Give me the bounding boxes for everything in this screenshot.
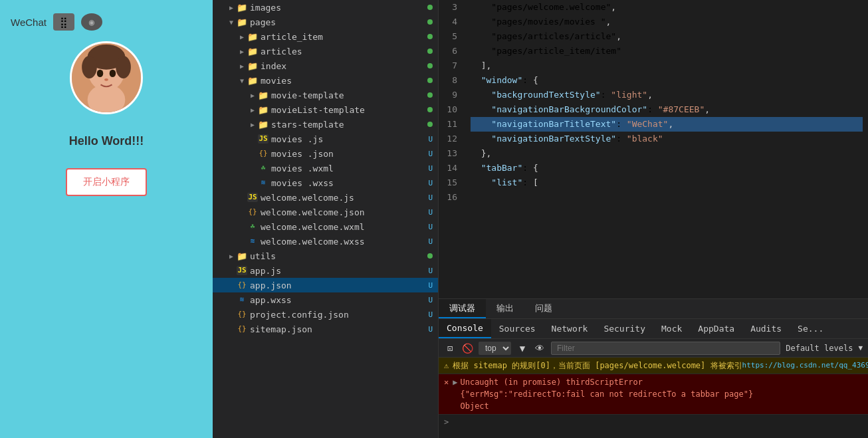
tree-label-utils: utils	[250, 251, 427, 261]
tree-item-article_item[interactable]: ▶📁article_item	[213, 29, 438, 44]
tree-item-movies.wxss[interactable]: ≋movies .wxssU	[213, 175, 438, 190]
clear-console-icon[interactable]: 🚫	[461, 342, 473, 354]
tree-item-sitemap.json[interactable]: {}sitemap.jsonU	[213, 322, 438, 336]
tree-item-movies[interactable]: ▼📁movies	[213, 73, 438, 88]
code-line-10: "backgroundTextStyle": "light",	[471, 88, 863, 102]
tree-item-welcome.welcome.wxml[interactable]: ☘welcome.welcome.wxmlU	[213, 219, 438, 234]
tree-item-welcome.welcome.wxss[interactable]: ≋welcome.welcome.wxssU	[213, 234, 438, 249]
start-button[interactable]: 开启小程序	[66, 168, 147, 196]
tree-label-movies.json: movies .json	[271, 149, 428, 159]
msg-text-0: 根据 sitemap 的规则[0]，当前页面 [pages/welcome.we…	[453, 360, 742, 372]
sidebar-toggle-icon[interactable]: ⊡	[444, 342, 456, 354]
msg-link[interactable]: https://blog.csdn.net/qq_43690482	[742, 360, 868, 372]
devtools-tab-se...[interactable]: Se...	[790, 319, 831, 338]
tree-item-app.js[interactable]: JSapp.jsU	[213, 263, 438, 278]
wechat-label: WeChat	[11, 17, 47, 28]
tree-label-welcome.welcome.wxml: welcome.welcome.wxml	[261, 222, 428, 232]
tree-item-images[interactable]: ▶📁images	[213, 0, 438, 15]
device-icon-2[interactable]: ◉	[81, 13, 102, 31]
devtools-tab-sources[interactable]: Sources	[491, 319, 544, 338]
tree-label-app.wxss: app.wxss	[250, 295, 428, 305]
tab-output[interactable]: 输出	[486, 299, 524, 318]
tree-label-index: index	[261, 61, 427, 71]
tab-debugger[interactable]: 调试器	[439, 299, 486, 318]
tree-label-articles: articles	[261, 47, 427, 56]
console-messages: ⚠根据 sitemap 的规则[0]，当前页面 [pages/welcome.w…	[439, 358, 868, 438]
code-line-16: "list": [	[471, 175, 863, 190]
svg-point-7	[110, 70, 116, 77]
tree-label-movieList-template: movieList-template	[271, 105, 427, 115]
hello-text: Hello Word!!!	[69, 134, 144, 148]
tree-item-app.wxss[interactable]: ≋app.wxssU	[213, 292, 438, 307]
tree-item-index[interactable]: ▶📁index	[213, 58, 438, 73]
tree-item-movies.wxml[interactable]: ☘movies .wxmlU	[213, 161, 438, 175]
context-select[interactable]: top	[479, 342, 511, 355]
tree-label-images: images	[250, 3, 427, 13]
tab-problems[interactable]: 问题	[524, 299, 563, 318]
default-levels-label: Default levels	[786, 344, 853, 353]
avatar	[70, 41, 143, 114]
tree-item-movies.js[interactable]: JSmovies .jsU	[213, 132, 438, 146]
devtools-tab-network[interactable]: Network	[544, 319, 596, 338]
line-numbers: 345678910111213141516	[439, 0, 465, 298]
tree-label-stars-template: stars-template	[271, 120, 427, 130]
tree-label-app.js: app.js	[250, 266, 428, 276]
code-line-3: "pages/welcome.welcome",	[471, 0, 863, 15]
console-msg-1: ✕▶Uncaught (in promise) thirdScriptError…	[439, 374, 868, 415]
msg-text-1: Uncaught (in promise) thirdScriptError {…	[460, 376, 863, 412]
code-line-11: "navigationBarBackgroundColor": "#87CEEB…	[471, 102, 863, 117]
tree-item-welcome.welcome.js[interactable]: JSwelcome.welcome.jsU	[213, 190, 438, 205]
tree-label-movies.js: movies .js	[271, 134, 428, 144]
expand-arrow-1[interactable]: ▶	[453, 376, 457, 388]
eye-icon[interactable]: 👁	[534, 342, 546, 354]
console-prompt-line: >	[439, 415, 868, 429]
tree-item-articles[interactable]: ▶📁articles	[213, 44, 438, 58]
tree-label-pages: pages	[250, 17, 427, 27]
code-line-12: "navigationBarTitleText": "WeChat",	[471, 117, 863, 132]
code-line-9: "window": {	[471, 73, 863, 88]
devtools-tab-audits[interactable]: Audits	[742, 319, 790, 338]
editor-area: 345678910111213141516 "pages/welcome.wel…	[439, 0, 868, 298]
code-line-15: "tabBar": {	[471, 161, 863, 175]
tree-item-utils[interactable]: ▶📁utils	[213, 249, 438, 263]
code-line-8: ],	[471, 58, 863, 73]
tree-item-welcome.welcome.json[interactable]: {}welcome.welcome.jsonU	[213, 205, 438, 219]
tree-label-welcome.welcome.wxss: welcome.welcome.wxss	[261, 237, 428, 247]
tree-item-movies.json[interactable]: {}movies .jsonU	[213, 146, 438, 161]
tree-item-stars-template[interactable]: ▶📁stars-template	[213, 117, 438, 132]
left-panel: WeChat ⣿ ◉	[0, 0, 213, 438]
tree-label-movies: movies	[261, 76, 427, 86]
svg-point-2	[88, 84, 126, 114]
tree-item-app.json[interactable]: {}app.jsonU	[213, 278, 438, 292]
tree-item-movieList-template[interactable]: ▶📁movieList-template	[213, 102, 438, 117]
code-content[interactable]: "pages/welcome.welcome", "pages/movies/m…	[465, 0, 868, 298]
devtools-tabs: ConsoleSourcesNetworkSecurityMockAppData…	[439, 319, 868, 339]
tree-label-project.config.json: project.config.json	[250, 310, 428, 320]
devtools-tab-mock[interactable]: Mock	[653, 319, 690, 338]
tree-label-article_item: article_item	[261, 32, 427, 42]
svg-point-8	[104, 78, 108, 81]
code-line-5: "pages/articles/article",	[471, 29, 863, 44]
code-line-4: "pages/movies/movies ",	[471, 15, 863, 29]
devtools-tab-console[interactable]: Console	[439, 319, 491, 338]
tree-item-project.config.json[interactable]: {}project.config.jsonU	[213, 307, 438, 322]
tree-label-welcome.welcome.js: welcome.welcome.js	[261, 193, 428, 203]
file-tree-panel: ▶📁images▼📁pages▶📁article_item▶📁articles▶…	[213, 0, 439, 438]
console-area: 调试器 输出 问题 ConsoleSourcesNetworkSecurityM…	[439, 298, 868, 438]
dropdown-icon[interactable]: ▼	[516, 342, 528, 354]
tree-item-pages[interactable]: ▼📁pages	[213, 15, 438, 29]
device-icon-1[interactable]: ⣿	[53, 13, 74, 31]
dropdown-arrow[interactable]: ▼	[858, 344, 863, 352]
code-line-6: "pages/article_item/item"	[471, 44, 863, 58]
code-line-13: "navigationBarTextStyle": "black"	[471, 132, 863, 146]
tree-label-sitemap.json: sitemap.json	[250, 324, 428, 334]
devtools-tab-appdata[interactable]: AppData	[690, 319, 742, 338]
console-msg-0: ⚠根据 sitemap 的规则[0]，当前页面 [pages/welcome.w…	[439, 358, 868, 374]
tree-label-movie-template: movie-template	[271, 90, 427, 100]
tree-label-movies.wxss: movies .wxss	[271, 178, 428, 188]
devtools-tab-security[interactable]: Security	[596, 319, 653, 338]
svg-point-4	[82, 56, 97, 78]
console-prompt-symbol: >	[444, 417, 449, 427]
filter-input[interactable]	[551, 342, 780, 355]
tree-item-movie-template[interactable]: ▶📁movie-template	[213, 88, 438, 102]
